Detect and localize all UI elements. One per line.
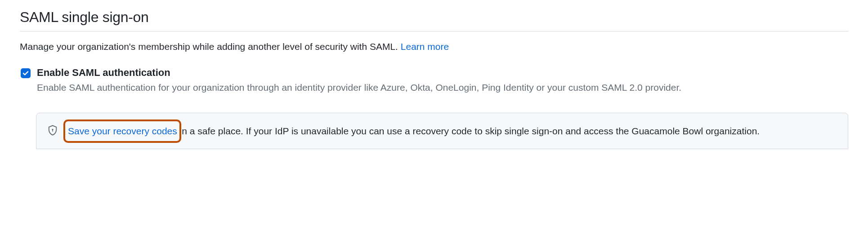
svg-rect-1 (52, 130, 53, 132)
page-title: SAML single sign-on (20, 9, 848, 31)
learn-more-link[interactable]: Learn more (401, 41, 449, 52)
enable-saml-block: Enable SAML authentication Enable SAML a… (20, 66, 848, 95)
recovery-codes-callout: Save your recovery codes in a safe place… (36, 113, 848, 150)
enable-saml-checkbox[interactable] (21, 68, 31, 78)
intro-text-content: Manage your organization's membership wh… (20, 41, 401, 52)
enable-saml-label: Enable SAML authentication (37, 66, 681, 80)
save-recovery-codes-link[interactable]: Save your recovery codes (68, 126, 177, 136)
shield-icon (47, 125, 58, 137)
recovery-codes-rest: in a safe place. If your IdP is unavaila… (180, 126, 760, 136)
recovery-codes-text: Save your recovery codes in a safe place… (68, 124, 760, 138)
check-icon (22, 70, 29, 77)
intro-text: Manage your organization's membership wh… (20, 40, 848, 54)
enable-saml-description: Enable SAML authentication for your orga… (37, 81, 681, 94)
